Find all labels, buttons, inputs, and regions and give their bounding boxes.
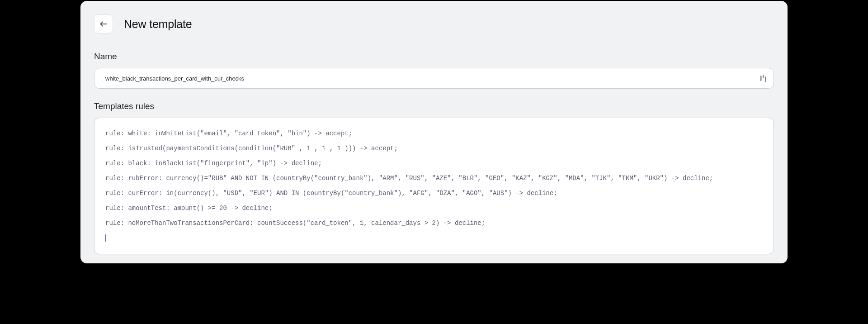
page-title: New template [124, 18, 192, 31]
rule-line: rule: noMoreThanTwoTransactionsPerCard: … [105, 219, 763, 228]
rule-line: rule: black: inBlackList("fingerprint", … [105, 159, 763, 168]
arrow-left-icon [99, 19, 108, 29]
rules-field-group: Templates rules rule: white: inWhiteList… [94, 101, 774, 254]
rule-line: rule: rubError: currency()="RUB" AND NOT… [105, 174, 763, 183]
rules-editor[interactable]: rule: white: inWhiteList("email", "card_… [94, 118, 774, 254]
header-row: New template [94, 14, 774, 33]
adjust-icon[interactable] [760, 75, 766, 82]
template-editor-panel: New template Name Templates rules rule: … [80, 0, 788, 264]
rules-label: Templates rules [94, 101, 774, 111]
rule-line: rule: amountTest: amount() >= 20 -> decl… [105, 204, 763, 213]
name-field-group: Name [94, 52, 774, 89]
rule-line: rule: isTrusted(paymentsConditions(condi… [105, 144, 763, 153]
name-label: Name [94, 52, 774, 62]
svg-rect-1 [760, 76, 762, 81]
back-button[interactable] [94, 14, 113, 33]
svg-rect-3 [765, 76, 766, 82]
name-input-container [94, 68, 774, 89]
rule-line: rule: white: inWhiteList("email", "card_… [105, 129, 763, 138]
name-input[interactable] [105, 75, 752, 82]
rule-line: rule: curError: in(currency(), "USD", "E… [105, 189, 763, 198]
svg-rect-2 [763, 75, 764, 78]
text-cursor [105, 234, 106, 242]
